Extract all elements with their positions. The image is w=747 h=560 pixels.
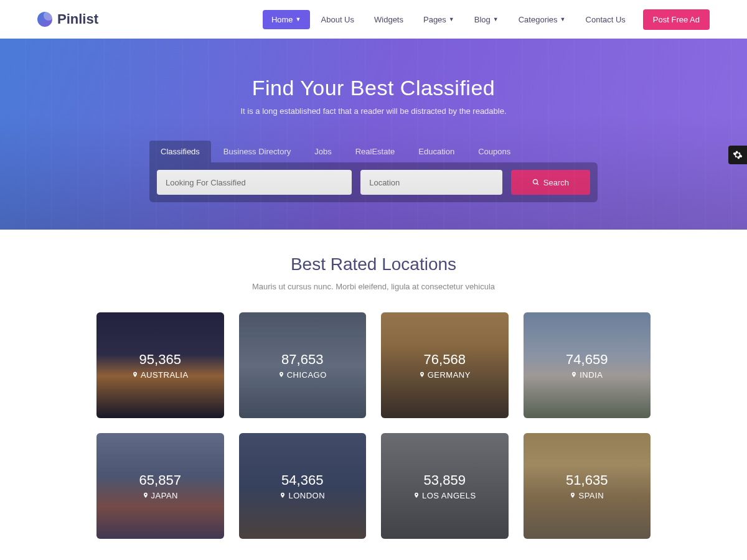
card-name: JAPAN <box>143 491 178 500</box>
tab-education[interactable]: Education <box>407 141 466 162</box>
nav-item-blog[interactable]: Blog▼ <box>466 10 507 29</box>
tab-realestate[interactable]: RealEstate <box>344 141 406 162</box>
location-card-australia[interactable]: 95,365AUSTRALIA <box>96 312 224 418</box>
nav-item-label: Home <box>271 15 293 24</box>
card-name: GERMANY <box>419 370 471 380</box>
card-count: 76,568 <box>424 352 466 368</box>
hero-subtitle: It is a long established fact that a rea… <box>240 106 506 116</box>
nav-item-label: Blog <box>474 15 491 24</box>
card-count: 65,857 <box>139 472 181 488</box>
nav-item-about-us[interactable]: About Us <box>312 10 363 29</box>
nav-item-pages[interactable]: Pages▼ <box>415 10 463 29</box>
logo-icon <box>37 12 52 27</box>
nav-item-label: About Us <box>321 15 354 24</box>
main-nav: Home▼About UsWidgetsPages▼Blog▼Categorie… <box>263 9 710 30</box>
nav-item-home[interactable]: Home▼ <box>263 10 310 29</box>
locations-subtitle: Mauris ut cursus nunc. Morbi eleifend, l… <box>0 282 747 291</box>
locations-title: Best Rated Locations <box>0 254 747 274</box>
logo[interactable]: Pinlist <box>37 11 98 27</box>
nav-item-label: Categories <box>519 15 558 24</box>
pin-icon <box>132 371 138 378</box>
gear-icon <box>733 150 743 160</box>
card-count: 53,859 <box>424 472 466 488</box>
search-box: ClassifiedsBusiness DirectoryJobsRealEst… <box>149 141 598 202</box>
pin-icon <box>413 492 420 498</box>
pin-icon <box>278 371 284 378</box>
card-name: AUSTRALIA <box>132 370 189 380</box>
nav-item-widgets[interactable]: Widgets <box>365 10 412 29</box>
nav-item-label: Widgets <box>374 15 403 24</box>
hero-title: Find Your Best Classified <box>252 76 495 100</box>
hero: Find Your Best Classified It is a long e… <box>0 39 747 230</box>
location-card-spain[interactable]: 51,635SPAIN <box>524 433 651 539</box>
location-card-germany[interactable]: 76,568GERMANY <box>381 312 509 418</box>
chevron-down-icon: ▼ <box>560 16 566 22</box>
svg-point-0 <box>533 180 537 184</box>
nav-item-label: Contact Us <box>586 15 626 24</box>
post-ad-button[interactable]: Post Free Ad <box>643 9 710 30</box>
chevron-down-icon: ▼ <box>493 16 499 22</box>
locations-grid: 95,365AUSTRALIA87,653CHICAGO76,568GERMAN… <box>96 312 651 539</box>
nav-item-label: Pages <box>423 15 446 24</box>
card-name: CHICAGO <box>278 370 327 380</box>
card-count: 95,365 <box>139 352 181 368</box>
chevron-down-icon: ▼ <box>449 16 454 22</box>
pin-icon <box>143 492 149 498</box>
card-count: 74,659 <box>566 352 608 368</box>
card-name: LONDON <box>280 491 325 500</box>
search-button[interactable]: Search <box>511 170 590 195</box>
chevron-down-icon: ▼ <box>296 16 301 22</box>
card-name: SPAIN <box>570 491 604 500</box>
tab-business-directory[interactable]: Business Directory <box>212 141 302 162</box>
tab-coupons[interactable]: Coupons <box>467 141 522 162</box>
search-icon <box>532 179 540 186</box>
search-button-label: Search <box>543 178 569 187</box>
pin-icon <box>419 371 425 378</box>
svg-line-1 <box>537 184 538 185</box>
pin-icon <box>280 492 286 498</box>
card-count: 51,635 <box>566 472 608 488</box>
card-count: 87,653 <box>281 352 323 368</box>
location-card-chicago[interactable]: 87,653CHICAGO <box>239 312 367 418</box>
pin-icon <box>571 371 577 378</box>
location-input[interactable] <box>360 170 502 195</box>
settings-button[interactable] <box>728 146 747 164</box>
search-tabs: ClassifiedsBusiness DirectoryJobsRealEst… <box>149 141 598 162</box>
nav-item-contact-us[interactable]: Contact Us <box>577 10 634 29</box>
location-card-los-angels[interactable]: 53,859LOS ANGELS <box>381 433 509 539</box>
location-card-london[interactable]: 54,365LONDON <box>239 433 367 539</box>
locations-section: Best Rated Locations Mauris ut cursus nu… <box>0 230 747 560</box>
tab-classifieds[interactable]: Classifieds <box>149 141 211 162</box>
nav-item-categories[interactable]: Categories▼ <box>510 10 575 29</box>
card-name: INDIA <box>571 370 603 380</box>
location-card-japan[interactable]: 65,857JAPAN <box>96 433 224 539</box>
search-input[interactable] <box>157 170 352 195</box>
pin-icon <box>570 492 576 498</box>
card-count: 54,365 <box>281 472 323 488</box>
card-name: LOS ANGELS <box>413 491 476 500</box>
brand-name: Pinlist <box>57 11 98 27</box>
header: Pinlist Home▼About UsWidgetsPages▼Blog▼C… <box>0 0 747 39</box>
tab-jobs[interactable]: Jobs <box>303 141 342 162</box>
search-row: Search <box>149 162 598 202</box>
location-card-india[interactable]: 74,659INDIA <box>524 312 651 418</box>
